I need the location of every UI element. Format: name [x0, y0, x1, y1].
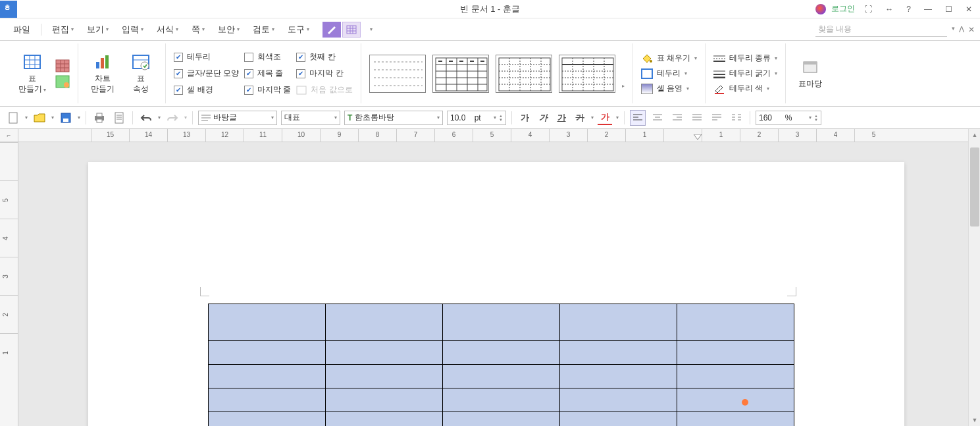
align-right-button[interactable] [669, 110, 685, 126]
table-cell[interactable] [209, 365, 326, 388]
table-cell[interactable] [560, 412, 677, 427]
menu-view[interactable]: 보기▾ [80, 21, 115, 38]
login-avatar-icon[interactable] [815, 4, 826, 14]
line-spacing-combo[interactable]: 160 % ▾ ▲▼ [756, 111, 821, 125]
table-cell[interactable] [443, 341, 560, 365]
table-wizard-button[interactable]: 표마당 [794, 55, 827, 92]
menu-review[interactable]: 검토▾ [246, 21, 281, 38]
table-row[interactable] [209, 365, 794, 388]
table-cell[interactable] [677, 304, 794, 341]
table-row[interactable] [209, 304, 794, 341]
underline-button[interactable]: 가 [554, 111, 569, 125]
table-style-preset-2[interactable] [432, 55, 489, 93]
open-dropdown[interactable]: ▾ [51, 115, 54, 120]
fullscreen-button[interactable]: ⛶ [860, 3, 876, 15]
search-input[interactable]: 찾을 내용 [815, 22, 947, 37]
close-button[interactable]: ✕ [962, 3, 976, 15]
check-char-para[interactable]: 글자/문단 모양 [174, 68, 239, 79]
ruler-corner[interactable]: ⌐ [0, 129, 18, 142]
menu-security[interactable]: 보안▾ [211, 21, 246, 38]
font-color-dropdown[interactable]: ▾ [616, 115, 619, 120]
table-cell[interactable] [326, 365, 443, 388]
align-distribute-button[interactable] [709, 110, 725, 126]
cell-shading-button[interactable]: 셀 음영▾ [641, 83, 697, 94]
language-combo[interactable]: 대표▾ [281, 111, 340, 125]
table-cell[interactable] [326, 341, 443, 365]
menu-input[interactable]: 입력▾ [115, 21, 150, 38]
document-canvas[interactable] [18, 142, 968, 426]
bold-button[interactable]: 가 [517, 111, 532, 125]
check-cell-bg[interactable]: 셀 배경 [174, 84, 239, 95]
save-button[interactable] [58, 110, 74, 126]
horizontal-ruler[interactable]: 15141312111098765432112345 [18, 129, 980, 142]
font-size-combo[interactable]: 10.0 pt ▾ ▲▼ [447, 111, 506, 125]
scroll-up-button[interactable]: ▲ [969, 129, 980, 141]
undo-dropdown[interactable]: ▾ [158, 115, 161, 120]
table-row[interactable] [209, 412, 794, 427]
align-split-button[interactable] [729, 110, 744, 126]
font-color-button[interactable]: 가 [598, 111, 612, 125]
table-cell[interactable] [209, 341, 326, 365]
open-button[interactable] [32, 110, 47, 126]
table-cell[interactable] [443, 365, 560, 388]
strike-dropdown[interactable]: ▾ [591, 115, 594, 120]
ribbon-collapse-button[interactable]: ᐱ [959, 25, 964, 34]
linespace-spinner[interactable]: ▲▼ [814, 114, 818, 122]
align-justify-button[interactable] [689, 110, 705, 126]
table-cell[interactable] [209, 388, 326, 412]
table-cell[interactable] [326, 412, 443, 427]
table-cell[interactable] [443, 304, 560, 341]
maximize-button[interactable]: ☐ [941, 3, 956, 15]
menu-tools[interactable]: 도구▾ [281, 21, 316, 38]
check-first-col[interactable]: 첫째 칸 [296, 51, 352, 63]
table-cell[interactable] [677, 412, 794, 427]
ribbon-view-layout[interactable] [342, 22, 361, 38]
make-table-button[interactable]: 표 만들기 ▾ [14, 50, 50, 97]
page[interactable] [88, 162, 904, 426]
table-fill-button[interactable]: 표 채우기▾ [641, 53, 697, 64]
style-combo[interactable]: 바탕글▾ [198, 111, 277, 125]
scrollbar-thumb[interactable] [970, 147, 979, 226]
scroll-down-button[interactable]: ▼ [969, 414, 980, 426]
vertical-scrollbar[interactable]: ▲ ▼ [968, 129, 980, 426]
table-cell[interactable] [560, 388, 677, 412]
vertical-ruler[interactable]: 54321 [0, 142, 18, 426]
table-style-preset-3[interactable] [496, 55, 552, 93]
ribbon-view-design[interactable] [322, 22, 341, 38]
table-properties-button[interactable]: 표 속성 [124, 50, 157, 97]
border-weight-button[interactable]: 테두리 굵기▾ [713, 68, 777, 79]
menu-format[interactable]: 서식▾ [150, 21, 185, 38]
table-cell[interactable] [443, 412, 560, 427]
panel-close-button[interactable]: ✕ [968, 25, 975, 34]
indent-marker-icon[interactable] [694, 134, 702, 142]
check-border[interactable]: 테두리 [174, 51, 239, 63]
preview-button[interactable] [111, 110, 127, 126]
table-cell[interactable] [560, 304, 677, 341]
table-row[interactable] [209, 341, 794, 365]
table-cell[interactable] [677, 341, 794, 365]
table-style-icon[interactable] [55, 75, 70, 88]
border-button[interactable]: 테두리▾ [641, 68, 697, 79]
table-cell[interactable] [443, 388, 560, 412]
check-last-col[interactable]: 마지막 칸 [296, 68, 352, 79]
move-button[interactable]: ↔ [881, 3, 897, 15]
table-style-preset-1[interactable] [369, 55, 426, 93]
menu-edit[interactable]: 편집▾ [45, 21, 80, 38]
new-dropdown[interactable]: ▾ [25, 115, 28, 120]
ribbon-view-dropdown[interactable]: ▾ [362, 22, 380, 38]
table-cell[interactable] [677, 388, 794, 412]
size-spinner[interactable]: ▲▼ [499, 114, 503, 122]
border-type-button[interactable]: 테두리 종류▾ [713, 53, 777, 64]
align-center-button[interactable] [650, 110, 665, 126]
save-dropdown[interactable]: ▾ [78, 115, 80, 120]
table-cell[interactable] [326, 304, 443, 341]
menu-file[interactable]: 파일 [7, 21, 37, 38]
document-table[interactable] [208, 304, 794, 426]
table-cell[interactable] [209, 304, 326, 341]
italic-button[interactable]: 가 [536, 111, 550, 125]
help-button[interactable]: ? [902, 3, 915, 15]
table-row[interactable] [209, 388, 794, 412]
search-dropdown[interactable]: ▾ [952, 25, 955, 34]
table-grid-icon[interactable] [55, 59, 70, 72]
table-cell[interactable] [677, 365, 794, 388]
